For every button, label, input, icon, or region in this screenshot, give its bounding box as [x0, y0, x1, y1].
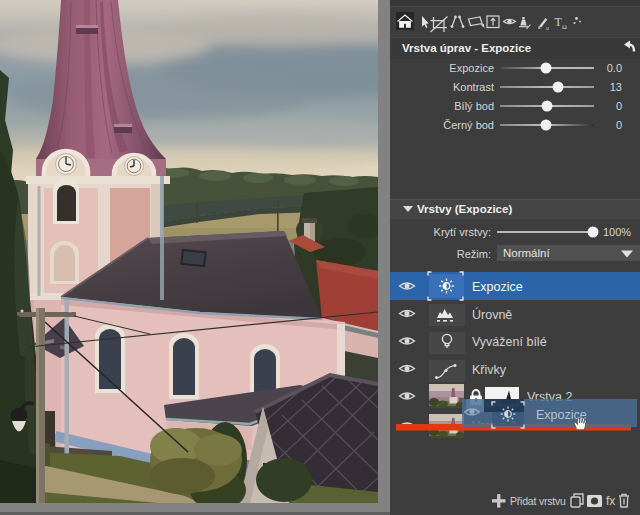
svg-text:Vyvážení bílé: Vyvážení bílé — [472, 335, 547, 349]
svg-text:fx: fx — [606, 494, 615, 508]
svg-text:Přidat vrstvu: Přidat vrstvu — [510, 495, 566, 507]
svg-text:Křivky: Křivky — [472, 363, 507, 377]
svg-text:u: u — [546, 25, 549, 31]
svg-text:Úrovně: Úrovně — [472, 307, 512, 322]
svg-text:Expozice: Expozice — [472, 280, 523, 294]
svg-text:Ω: Ω — [562, 23, 567, 30]
